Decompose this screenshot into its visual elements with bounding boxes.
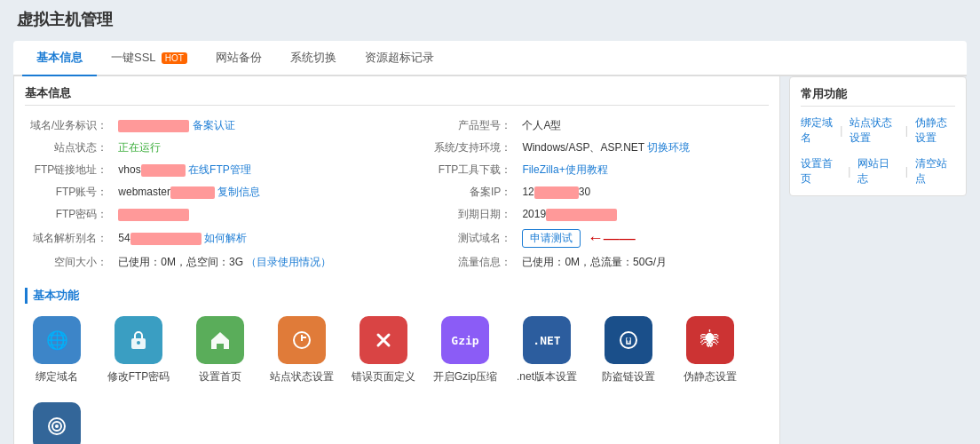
status-running-text: 正在运行 bbox=[118, 141, 161, 154]
func-gzip[interactable]: Gzip 开启Gzip压缩 bbox=[433, 316, 497, 385]
link-site-log-right[interactable]: 网站日志 bbox=[858, 156, 897, 186]
page-title: 虚拟主机管理 bbox=[13, 9, 967, 30]
site-status-icon bbox=[278, 316, 326, 364]
svg-point-13 bbox=[55, 424, 59, 428]
redacted-ftp-account bbox=[170, 186, 215, 199]
link-ftp-online[interactable]: 在线FTP管理 bbox=[188, 163, 251, 176]
set-homepage-label: 设置首页 bbox=[199, 369, 241, 385]
basic-functions-title: 基本功能 bbox=[25, 288, 769, 304]
func-bind-domain[interactable]: 🌐 绑定域名 bbox=[25, 316, 89, 385]
dotnet-icon: .NET bbox=[523, 316, 571, 364]
value-test-domain: 申请测试 ←—— bbox=[517, 226, 769, 251]
value-ftp-account: webmaster 复制信息 bbox=[113, 181, 429, 203]
label-backup-ip: 备案IP： bbox=[429, 181, 517, 203]
ssl-hot-badge: HOT bbox=[162, 52, 187, 64]
func-pseudo-static[interactable]: 🕷 伪静态设置 bbox=[678, 316, 742, 385]
label-status: 站点状态： bbox=[25, 137, 113, 159]
common-functions-title: 常用功能 bbox=[801, 86, 955, 107]
redacted-dns bbox=[130, 233, 202, 245]
label-dns-alias: 域名解析别名： bbox=[25, 226, 113, 251]
func-dotnet[interactable]: .NET .net版本设置 bbox=[515, 316, 579, 385]
basic-info-section-title: 基本信息 bbox=[25, 85, 769, 106]
link-dir-usage[interactable]: （目录使用情况） bbox=[246, 256, 331, 268]
label-traffic: 流量信息： bbox=[429, 251, 517, 274]
error-page-icon bbox=[360, 316, 407, 364]
arrow-icon: ←—— bbox=[588, 229, 636, 248]
label-test-domain: 测试域名： bbox=[429, 226, 517, 251]
value-ftp-tool: FileZilla+使用教程 bbox=[517, 159, 769, 181]
btn-apply-test[interactable]: 申请测试 bbox=[522, 229, 581, 248]
tab-bar: 基本信息 一键SSL HOT 网站备份 系统切换 资源超标记录 bbox=[13, 41, 967, 76]
value-status: 正在运行 bbox=[113, 137, 429, 159]
link-switch-env[interactable]: 切换环境 bbox=[647, 141, 690, 154]
label-ftp-account: FTP账号： bbox=[25, 181, 113, 203]
value-ftp-addr: vhos 在线FTP管理 bbox=[113, 159, 429, 181]
site-status-label: 站点状态设置 bbox=[270, 369, 334, 385]
error-page-label: 错误页面定义 bbox=[352, 369, 415, 385]
ftp-pwd-label: 修改FTP密码 bbox=[107, 369, 170, 385]
value-space: 已使用：0M，总空间：3G （目录使用情况） bbox=[113, 251, 429, 274]
pseudo-static-label: 伪静态设置 bbox=[684, 369, 737, 385]
label-product: 产品型号： bbox=[429, 115, 517, 137]
link-copy-info[interactable]: 复制信息 bbox=[217, 186, 260, 198]
redacted-ftp-pwd bbox=[118, 209, 189, 221]
tab-switch[interactable]: 系统切换 bbox=[276, 41, 351, 75]
tab-resource[interactable]: 资源超标记录 bbox=[351, 41, 448, 75]
svg-rect-4 bbox=[301, 337, 306, 338]
table-row: 域名/业务标识： 备案认证 产品型号： 个人A型 bbox=[25, 115, 769, 137]
func-anti-theft[interactable]: 防盗链设置 bbox=[597, 316, 660, 385]
basic-info-table: 域名/业务标识： 备案认证 产品型号： 个人A型 站点状态： bbox=[25, 115, 769, 274]
probe-icon bbox=[33, 402, 81, 444]
label-ftp-pwd: FTP密码： bbox=[25, 203, 113, 226]
redacted-ftp bbox=[141, 164, 186, 177]
link-set-homepage-right[interactable]: 设置首页 bbox=[801, 156, 841, 186]
func-icons-container: 🌐 绑定域名 bbox=[25, 316, 769, 444]
value-env: Windows/ASP、ASP.NET 切换环境 bbox=[517, 137, 769, 159]
right-link-row-1: 绑定域名 | 站点状态设置 | 伪静态设置 bbox=[801, 115, 955, 146]
table-row: FTP密码： 到期日期： 2019 bbox=[25, 203, 769, 226]
label-expiry: 到期日期： bbox=[429, 203, 517, 226]
link-pseudo-static-right[interactable]: 伪静态设置 bbox=[915, 115, 955, 146]
value-ftp-pwd bbox=[113, 203, 429, 226]
link-clear-site-right[interactable]: 清空站点 bbox=[915, 156, 955, 186]
label-domain: 域名/业务标识： bbox=[25, 115, 113, 137]
label-env: 系统/支持环境： bbox=[429, 137, 517, 159]
tab-backup[interactable]: 网站备份 bbox=[202, 41, 276, 75]
func-probe[interactable]: 生成探针 bbox=[25, 402, 89, 444]
link-record[interactable]: 备案认证 bbox=[193, 119, 235, 131]
table-row: 空间大小： 已使用：0M，总空间：3G （目录使用情况） 流量信息： 已使用：0… bbox=[25, 251, 769, 274]
dotnet-label: .net版本设置 bbox=[517, 369, 577, 385]
value-backup-ip: 12 30 bbox=[517, 181, 769, 203]
value-product: 个人A型 bbox=[517, 115, 769, 137]
value-traffic: 已使用：0M，总流量：50G/月 bbox=[517, 251, 769, 274]
table-row: 站点状态： 正在运行 系统/支持环境： Windows/ASP、ASP.NET … bbox=[25, 137, 769, 159]
anti-theft-label: 防盗链设置 bbox=[602, 369, 655, 385]
link-bind-domain-right[interactable]: 绑定域名 bbox=[801, 115, 833, 146]
redacted-domain bbox=[118, 120, 189, 132]
func-set-homepage[interactable]: 设置首页 bbox=[188, 316, 252, 385]
func-ftp-pwd[interactable]: 修改FTP密码 bbox=[107, 316, 170, 385]
set-homepage-icon bbox=[196, 316, 244, 364]
label-ftp-addr: FTP链接地址： bbox=[25, 159, 113, 181]
pseudo-static-icon: 🕷 bbox=[686, 316, 734, 364]
tab-basic[interactable]: 基本信息 bbox=[22, 41, 97, 76]
common-functions-panel: 常用功能 绑定域名 | 站点状态设置 | 伪静态设置 设置首页 | 网站日志 | bbox=[789, 76, 967, 196]
value-expiry: 2019 bbox=[517, 203, 769, 226]
gzip-icon: Gzip bbox=[441, 316, 489, 364]
label-space: 空间大小： bbox=[25, 251, 113, 274]
link-how-resolve[interactable]: 如何解析 bbox=[204, 232, 247, 244]
func-error-page[interactable]: 错误页面定义 bbox=[352, 316, 415, 385]
right-link-row-2: 设置首页 | 网站日志 | 清空站点 bbox=[801, 156, 955, 186]
link-site-status-right[interactable]: 站点状态设置 bbox=[850, 115, 897, 146]
table-row: FTP链接地址： vhos 在线FTP管理 FTP工具下载： FileZilla… bbox=[25, 159, 769, 181]
common-function-links: 绑定域名 | 站点状态设置 | 伪静态设置 设置首页 | 网站日志 | 清空站点 bbox=[801, 115, 955, 186]
bind-domain-icon: 🌐 bbox=[33, 316, 81, 364]
label-ftp-tool: FTP工具下载： bbox=[429, 159, 517, 181]
table-row: 域名解析别名： 54 如何解析 测试域名： 申请测试 ←—— bbox=[25, 226, 769, 251]
link-filezilla[interactable]: FileZilla+使用教程 bbox=[522, 163, 607, 176]
anti-theft-icon bbox=[605, 316, 652, 364]
tab-ssl[interactable]: 一键SSL HOT bbox=[97, 41, 202, 75]
gzip-label: 开启Gzip压缩 bbox=[433, 369, 498, 385]
func-site-status[interactable]: 站点状态设置 bbox=[270, 316, 334, 385]
value-domain: 备案认证 bbox=[113, 115, 429, 137]
